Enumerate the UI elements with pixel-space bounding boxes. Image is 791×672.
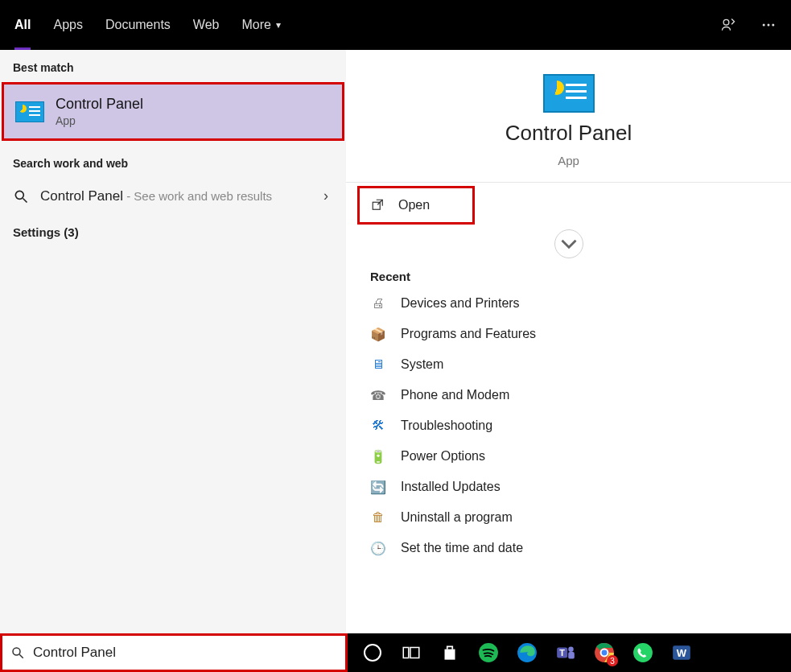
svg-point-1 bbox=[763, 24, 765, 27]
recent-item-icon: 🕒 bbox=[370, 540, 386, 556]
recent-item-icon: 🔄 bbox=[370, 479, 386, 495]
search-work-web-result[interactable]: Control Panel - See work and web results… bbox=[0, 178, 346, 214]
recent-item-icon: 🖨 bbox=[370, 295, 386, 311]
svg-rect-16 bbox=[568, 652, 575, 659]
recent-item[interactable]: 🔋Power Options bbox=[346, 441, 791, 472]
taskbar-search-box[interactable] bbox=[2, 636, 345, 670]
preview-title: Control Panel bbox=[505, 121, 632, 146]
recent-item[interactable]: 🔄Installed Updates bbox=[346, 472, 791, 502]
word-icon[interactable]: W bbox=[671, 642, 692, 663]
tab-all[interactable]: All bbox=[14, 0, 31, 50]
svg-rect-10 bbox=[410, 648, 419, 658]
cortana-icon[interactable] bbox=[362, 642, 383, 663]
results-pane: Best match Control Panel App Search work… bbox=[0, 50, 346, 633]
open-icon bbox=[371, 198, 385, 212]
best-match-header: Best match bbox=[0, 50, 346, 82]
annotation-best-match: Control Panel App bbox=[2, 82, 344, 141]
best-match-subtitle: App bbox=[56, 114, 143, 127]
more-options-icon[interactable] bbox=[760, 17, 777, 33]
recent-item[interactable]: 🗑Uninstall a program bbox=[346, 502, 791, 533]
search-work-web-header: Search work and web bbox=[0, 146, 346, 178]
control-panel-icon bbox=[15, 101, 44, 122]
svg-line-5 bbox=[23, 198, 27, 202]
recent-item[interactable]: 🖨Devices and Printers bbox=[346, 288, 791, 319]
recent-item-label: Installed Updates bbox=[401, 480, 501, 494]
open-label: Open bbox=[398, 198, 430, 212]
best-match-title: Control Panel bbox=[56, 96, 143, 113]
search-input[interactable] bbox=[33, 645, 337, 661]
recent-item[interactable]: 📦Programs and Features bbox=[346, 319, 791, 349]
search-icon bbox=[10, 645, 25, 660]
recent-item-label: Uninstall a program bbox=[401, 510, 513, 525]
search-icon bbox=[13, 188, 29, 204]
tab-documents[interactable]: Documents bbox=[105, 0, 171, 50]
recent-item-label: Programs and Features bbox=[401, 327, 536, 341]
svg-point-4 bbox=[15, 191, 23, 199]
svg-point-7 bbox=[13, 648, 20, 655]
expand-actions-button[interactable] bbox=[554, 229, 583, 258]
recent-item-label: Phone and Modem bbox=[401, 388, 509, 402]
recent-item-icon: 🖥 bbox=[370, 357, 386, 373]
recent-item[interactable]: 🖥System bbox=[346, 349, 791, 380]
recent-item[interactable]: 🕒Set the time and date bbox=[346, 533, 791, 563]
chevron-right-icon: › bbox=[323, 188, 328, 204]
feedback-icon[interactable] bbox=[720, 17, 736, 33]
recent-item-label: Devices and Printers bbox=[401, 296, 520, 311]
recent-item-icon: 🔋 bbox=[370, 448, 386, 464]
chrome-icon[interactable]: 3 bbox=[594, 642, 615, 663]
task-view-icon[interactable] bbox=[401, 642, 422, 663]
svg-point-2 bbox=[768, 24, 770, 27]
svg-point-0 bbox=[723, 19, 729, 25]
store-icon[interactable] bbox=[439, 642, 460, 663]
recent-item-label: Troubleshooting bbox=[401, 418, 492, 433]
best-match-result[interactable]: Control Panel App bbox=[4, 85, 342, 138]
svg-text:W: W bbox=[677, 647, 687, 659]
tab-more[interactable]: More▾ bbox=[241, 0, 280, 50]
svg-point-15 bbox=[568, 646, 574, 652]
tab-apps[interactable]: Apps bbox=[53, 0, 82, 50]
annotation-search-box bbox=[0, 633, 348, 672]
svg-point-3 bbox=[772, 24, 774, 27]
spotify-icon[interactable] bbox=[478, 642, 499, 663]
svg-point-19 bbox=[602, 650, 608, 656]
whatsapp-icon[interactable] bbox=[632, 642, 653, 663]
recent-item[interactable]: 🛠Troubleshooting bbox=[346, 410, 791, 441]
recent-item-label: System bbox=[401, 357, 443, 372]
recent-item-label: Power Options bbox=[401, 449, 485, 464]
search-top-bar: All Apps Documents Web More▾ bbox=[0, 0, 791, 50]
svg-text:T: T bbox=[559, 648, 565, 658]
svg-rect-9 bbox=[403, 648, 409, 658]
edge-icon[interactable] bbox=[517, 642, 538, 663]
recent-list: 🖨Devices and Printers📦Programs and Featu… bbox=[346, 288, 791, 563]
control-panel-icon bbox=[543, 74, 595, 113]
open-action[interactable]: Open bbox=[360, 188, 472, 222]
taskbar: T 3 W bbox=[0, 633, 791, 672]
settings-header[interactable]: Settings (3) bbox=[0, 214, 346, 250]
preview-pane: Control Panel App Open bbox=[346, 50, 791, 633]
tab-web[interactable]: Web bbox=[193, 0, 220, 50]
teams-icon[interactable]: T bbox=[555, 642, 576, 663]
preview-subtitle: App bbox=[558, 154, 579, 167]
svg-point-20 bbox=[633, 643, 653, 662]
recent-item-icon: 📦 bbox=[370, 326, 386, 342]
recent-item-icon: ☎ bbox=[370, 387, 386, 403]
chevron-down-icon: ▾ bbox=[276, 19, 281, 31]
recent-item-icon: 🛠 bbox=[370, 418, 386, 434]
work-web-title: Control Panel bbox=[40, 188, 123, 204]
recent-item-label: Set the time and date bbox=[401, 541, 523, 555]
badge: 3 bbox=[607, 655, 618, 666]
work-web-subtitle: - See work and web results bbox=[123, 189, 272, 203]
recent-item-icon: 🗑 bbox=[370, 509, 386, 526]
svg-line-8 bbox=[19, 654, 23, 658]
annotation-open: Open bbox=[357, 186, 475, 225]
recent-header: Recent bbox=[346, 260, 791, 288]
recent-item[interactable]: ☎Phone and Modem bbox=[346, 380, 791, 410]
